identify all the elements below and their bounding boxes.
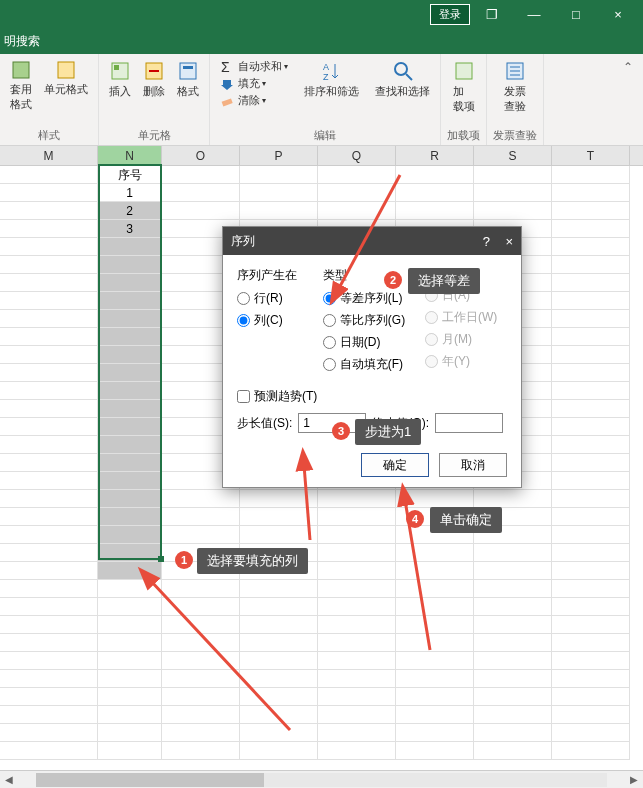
cell[interactable] [0, 166, 98, 184]
cell[interactable] [474, 652, 552, 670]
cell[interactable] [396, 670, 474, 688]
cell[interactable]: 3 [98, 220, 162, 238]
cell[interactable] [318, 526, 396, 544]
column-headers[interactable]: M N O P Q R S T [0, 146, 643, 166]
cell[interactable] [240, 580, 318, 598]
cell[interactable] [552, 652, 630, 670]
cell[interactable] [240, 202, 318, 220]
cell[interactable] [240, 184, 318, 202]
cell[interactable] [240, 688, 318, 706]
cell[interactable] [240, 526, 318, 544]
cell[interactable] [240, 742, 318, 760]
cell[interactable] [0, 508, 98, 526]
cell[interactable] [162, 598, 240, 616]
cell[interactable] [318, 562, 396, 580]
cell[interactable] [396, 652, 474, 670]
cell[interactable] [98, 688, 162, 706]
ribbon-display-button[interactable]: ❐ [472, 5, 512, 24]
cell[interactable] [396, 706, 474, 724]
cell[interactable] [98, 256, 162, 274]
cell[interactable] [318, 670, 396, 688]
cell[interactable] [552, 562, 630, 580]
cell[interactable] [396, 184, 474, 202]
cell[interactable] [0, 328, 98, 346]
cell[interactable] [98, 742, 162, 760]
scroll-track[interactable] [36, 773, 607, 787]
cell[interactable] [318, 184, 396, 202]
cell[interactable] [162, 202, 240, 220]
cell[interactable] [552, 580, 630, 598]
cell[interactable] [240, 598, 318, 616]
cell[interactable] [162, 670, 240, 688]
cell[interactable] [98, 724, 162, 742]
cell[interactable] [318, 202, 396, 220]
cell[interactable] [0, 706, 98, 724]
cell[interactable] [98, 364, 162, 382]
cell[interactable] [240, 670, 318, 688]
type-geom-radio[interactable]: 等比序列(G) [323, 312, 413, 329]
cell[interactable] [318, 580, 396, 598]
cell[interactable] [98, 382, 162, 400]
cell[interactable] [98, 472, 162, 490]
cell[interactable] [552, 490, 630, 508]
cell[interactable] [98, 436, 162, 454]
cell[interactable] [552, 220, 630, 238]
cell[interactable] [98, 670, 162, 688]
cell[interactable] [552, 472, 630, 490]
cell[interactable] [318, 508, 396, 526]
cell[interactable] [552, 742, 630, 760]
cell[interactable] [396, 634, 474, 652]
cell[interactable] [552, 454, 630, 472]
cell[interactable] [162, 508, 240, 526]
cell[interactable] [318, 616, 396, 634]
cell[interactable] [552, 238, 630, 256]
cell[interactable] [318, 544, 396, 562]
cell[interactable] [552, 256, 630, 274]
cell[interactable] [396, 580, 474, 598]
cell[interactable] [318, 490, 396, 508]
cell[interactable] [552, 310, 630, 328]
delete-button[interactable]: 删除 [139, 58, 169, 101]
cell[interactable] [98, 652, 162, 670]
cell[interactable] [98, 400, 162, 418]
cell[interactable] [0, 202, 98, 220]
tell-me-search[interactable]: 明搜索 [0, 28, 643, 54]
cell[interactable] [318, 634, 396, 652]
cell[interactable] [98, 508, 162, 526]
cell[interactable] [396, 166, 474, 184]
cell[interactable] [552, 166, 630, 184]
cell[interactable] [98, 706, 162, 724]
cell[interactable] [474, 166, 552, 184]
cell[interactable] [396, 598, 474, 616]
cell[interactable] [474, 490, 552, 508]
cell[interactable] [552, 634, 630, 652]
cell[interactable] [552, 670, 630, 688]
cell[interactable] [0, 256, 98, 274]
cell[interactable] [396, 688, 474, 706]
cell[interactable] [552, 616, 630, 634]
cell[interactable] [0, 274, 98, 292]
col-header[interactable]: R [396, 146, 474, 165]
cell[interactable] [98, 346, 162, 364]
series-col-radio[interactable]: 列(C) [237, 312, 311, 329]
cell[interactable] [396, 202, 474, 220]
cell[interactable] [552, 544, 630, 562]
cell[interactable] [474, 562, 552, 580]
cell[interactable] [162, 724, 240, 742]
stop-input[interactable] [435, 413, 503, 433]
ok-button[interactable]: 确定 [361, 453, 429, 477]
cell[interactable] [474, 724, 552, 742]
cell[interactable] [318, 688, 396, 706]
minimize-button[interactable]: — [514, 5, 554, 24]
apply-table-format-button[interactable]: 套用 格式 [6, 58, 36, 114]
cell[interactable] [98, 292, 162, 310]
cell[interactable] [0, 454, 98, 472]
maximize-button[interactable]: □ [556, 5, 596, 24]
cell[interactable] [162, 652, 240, 670]
cell[interactable] [396, 562, 474, 580]
cell[interactable] [240, 724, 318, 742]
collapse-ribbon-button[interactable]: ⌃ [619, 60, 637, 78]
cell[interactable] [162, 166, 240, 184]
cell[interactable] [240, 508, 318, 526]
cell[interactable] [98, 490, 162, 508]
